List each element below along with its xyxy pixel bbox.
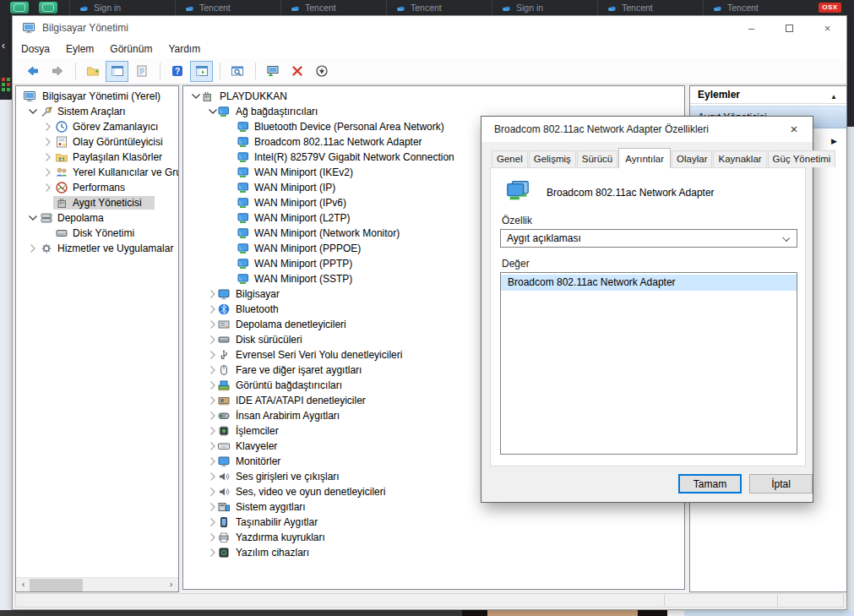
background-right-edge <box>847 0 854 616</box>
devmgr-icon <box>200 90 214 103</box>
removex-button[interactable] <box>286 61 308 82</box>
expand-chevron-icon[interactable] <box>41 135 55 149</box>
expand-chevron-icon[interactable] <box>41 150 55 164</box>
scroll-left-arrow-icon[interactable]: ‹ <box>16 578 30 591</box>
forward-button[interactable] <box>46 61 68 82</box>
console-tree-item[interactable]: Sistem Araçları <box>16 104 178 119</box>
close-button[interactable]: × <box>808 16 846 40</box>
menu-yardım[interactable]: Yardım <box>168 41 209 57</box>
back-button[interactable] <box>21 61 44 82</box>
value-label: Değer <box>502 258 530 270</box>
expand-chevron-icon[interactable] <box>41 120 55 134</box>
menu-görünüm[interactable]: Görünüm <box>110 41 161 57</box>
browser-tab-strip: Sign inTencentTencentTencentSign inTence… <box>69 0 854 15</box>
menu-bar: DosyaEylemGörünümYardım <box>13 40 846 58</box>
scandev-button[interactable] <box>261 61 284 82</box>
expand-chevron-icon[interactable] <box>26 242 40 255</box>
device-tree-item-label: Fare ve diğer işaret aygıtları <box>234 363 363 378</box>
clock-icon <box>55 120 68 134</box>
cloud-icon <box>79 3 90 13</box>
device-tree-item[interactable]: Taşınabilir Aygıtlar <box>183 515 684 530</box>
property-dropdown[interactable]: Aygıt açıklaması <box>500 229 797 248</box>
menu-eylem[interactable]: Eylem <box>66 41 103 57</box>
browser-tab[interactable]: Tencent <box>703 0 808 15</box>
mouse-icon <box>217 363 231 377</box>
ok-button[interactable]: Tamam <box>678 474 742 493</box>
horizontal-scrollbar[interactable]: ‹ › <box>16 577 178 591</box>
props-button[interactable] <box>130 61 153 82</box>
menu-dosya[interactable]: Dosya <box>21 41 59 57</box>
console-tree-item[interactable]: Yerel Kullanıcılar ve Gru <box>16 165 178 180</box>
dialog-tab-olaylar[interactable]: Olaylar <box>672 150 712 167</box>
usb-icon <box>217 348 231 362</box>
device-tree-item-label: IDE ATA/ATAPI denetleyiciler <box>234 393 367 408</box>
browser-tab[interactable]: Sign in <box>492 0 597 15</box>
expand-chevron-icon[interactable] <box>41 166 55 179</box>
dialog-tab-genel[interactable]: Genel <box>492 150 528 167</box>
audio-icon <box>217 485 231 499</box>
device-tree-item-label: PLAYDUKKAN <box>218 89 289 104</box>
console-tree-item[interactable]: Görev Zamanlayıcı <box>16 119 178 134</box>
browser-tab[interactable]: Tencent <box>175 0 280 15</box>
device-tree-item[interactable]: Yazdırma kuyrukları <box>183 530 684 545</box>
scandev-icon <box>266 64 280 78</box>
device-tree-item[interactable]: PLAYDUKKAN <box>183 89 684 104</box>
browser-tab[interactable]: Sign in <box>69 0 175 15</box>
console-tree-item-label: Görev Zamanlayıcı <box>71 119 160 134</box>
contree-button[interactable] <box>106 61 128 82</box>
console-tree-item[interactable]: Performans <box>16 180 178 195</box>
dialog-tab-g-y-netimi[interactable]: Güç Yönetimi <box>768 150 836 167</box>
window-titlebar[interactable]: Bilgisayar Yönetimi – × <box>13 16 846 40</box>
actions-header: Eylemler <box>690 86 846 104</box>
chevron-down-icon <box>782 234 790 242</box>
dialog-tab-kaynaklar[interactable]: Kaynaklar <box>713 150 766 167</box>
scrollbar-thumb[interactable] <box>30 579 83 591</box>
dialog-tab-geli-mi-[interactable]: Gelişmiş <box>529 150 576 167</box>
console-tree-item[interactable]: Aygıt Yöneticisi <box>16 195 178 210</box>
value-list[interactable]: Broadcom 802.11ac Network Adapter <box>500 272 797 455</box>
findwin-button[interactable] <box>226 61 248 82</box>
console-tree-item-label: Paylaşılan Klasörler <box>71 150 164 165</box>
conwin-button[interactable] <box>190 61 213 82</box>
browser-app-icon[interactable] <box>39 2 57 14</box>
console-tree-item[interactable]: Disk Yönetimi <box>16 226 178 241</box>
minimize-button[interactable]: – <box>732 16 770 40</box>
browser-app-icon[interactable] <box>10 2 29 14</box>
device-tree-item-label: Broadcom 802.11ac Network Adapter <box>253 134 424 150</box>
sysdev-icon <box>217 500 231 514</box>
more-actions-caret-icon[interactable]: ▶ <box>831 137 837 145</box>
device-tree-item-label: Ağ bağdaştırıcıları <box>234 104 319 119</box>
console-tree-item[interactable]: Hizmetler ve Uygulamalar <box>16 241 178 256</box>
conwin-icon <box>195 64 209 78</box>
device-tree-item-label: Bluetooth <box>234 302 280 317</box>
help-button[interactable]: ? <box>166 61 188 82</box>
console-tree-item[interactable]: Bilgisayar Yönetimi (Yerel) <box>16 89 178 104</box>
dialog-close-icon[interactable]: × <box>782 121 806 138</box>
portable-icon <box>217 515 231 529</box>
cloud-icon <box>712 3 723 13</box>
browser-tab[interactable]: Tencent <box>597 0 703 15</box>
scroll-right-arrow-icon[interactable]: › <box>164 578 178 591</box>
browser-tab[interactable]: Tencent <box>280 0 386 15</box>
dialog-titlebar[interactable]: Broadcom 802.11ac Network Adapter Özelli… <box>481 117 813 142</box>
collapse-chevron-icon[interactable] <box>26 211 40 225</box>
dialog-tab-s-r-c-[interactable]: Sürücü <box>577 150 617 167</box>
console-tree-item-label: Hizmetler ve Uygulamalar <box>56 241 175 256</box>
console-tree-item[interactable]: Depolama <box>16 210 178 226</box>
properties-dialog: Broadcom 802.11ac Network Adapter Özelli… <box>481 116 813 503</box>
collapse-chevron-icon[interactable] <box>26 105 40 118</box>
value-list-item[interactable]: Broadcom 802.11ac Network Adapter <box>501 275 797 291</box>
export-button[interactable] <box>81 61 104 82</box>
browser-tab-label: Tencent <box>305 3 336 13</box>
maximize-button[interactable] <box>770 16 808 40</box>
device-tree-item[interactable]: Yazılım cihazları <box>183 545 684 560</box>
console-tree-item[interactable]: Paylaşılan Klasörler <box>16 150 178 165</box>
update-button[interactable] <box>310 61 333 82</box>
console-tree-item[interactable]: Olay Görüntüleyicisi <box>16 134 178 150</box>
collapse-caret-icon[interactable]: ▲ <box>830 93 837 101</box>
dialog-tab-ayr-nt-lar[interactable]: Ayrıntılar <box>618 148 671 168</box>
browser-tab[interactable]: Tencent <box>386 0 492 15</box>
toolbar-separator <box>160 63 160 79</box>
expand-chevron-icon[interactable] <box>41 181 55 194</box>
cancel-button[interactable]: İptal <box>749 474 813 493</box>
